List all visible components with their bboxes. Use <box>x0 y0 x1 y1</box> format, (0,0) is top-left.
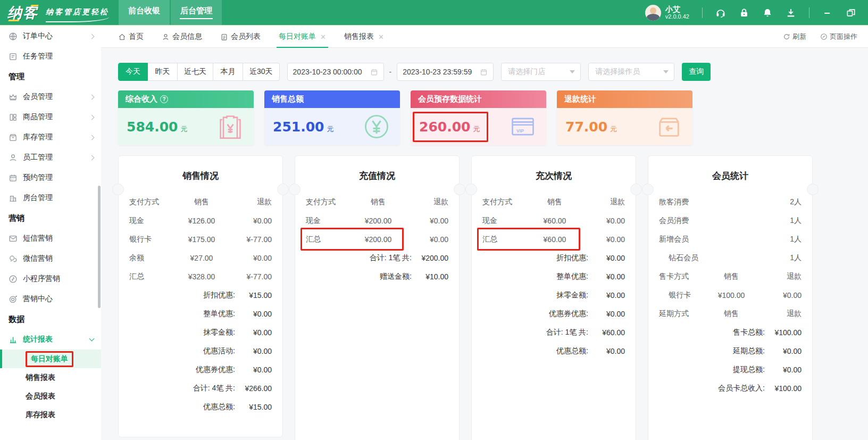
tab-home[interactable]: 首页 <box>118 26 144 48</box>
table-row-annotated: 汇总¥60.00¥0.00 <box>482 230 625 248</box>
summary-row: 优惠券优惠:¥0.00 <box>129 360 272 379</box>
page-operations-icon <box>820 33 828 40</box>
stat-card-header: 综合收入 ? <box>118 90 254 108</box>
sidebar-item-goods-management[interactable]: 商品管理 <box>0 107 101 127</box>
store-select[interactable]: 请选择门店 <box>501 63 581 81</box>
member-stat-row: 钻石会员1人 <box>659 248 802 267</box>
search-button[interactable]: 查询 <box>682 63 711 81</box>
panel-sales-situation: 销售情况 支付方式 销售 退款 现金¥126.00¥0.00 银行卡¥175.0… <box>118 155 283 437</box>
user-block[interactable]: 小艾 v2.0.0.42 <box>645 5 689 21</box>
sidebar-subitem-daily-reconciliation[interactable]: 每日对账单 <box>0 350 101 368</box>
divider <box>702 7 703 18</box>
user-icon <box>162 33 170 41</box>
chevron-right-icon <box>89 135 95 140</box>
tabbar-tools: 刷新 页面操作 <box>783 32 868 41</box>
sidebar-item-task-management[interactable]: 任务管理 <box>0 46 101 67</box>
report-panels: 销售情况 支付方式 销售 退款 现金¥126.00¥0.00 银行卡¥175.0… <box>118 155 813 440</box>
sidebar-item-miniprogram-marketing[interactable]: 小程序营销 <box>0 269 101 289</box>
sidebar-item-wechat-marketing[interactable]: 微信营销 <box>0 248 101 269</box>
staff-icon <box>9 153 18 162</box>
sidebar-item-label: 库存管理 <box>23 132 53 142</box>
table-header: 售卡方式 销售 退款 <box>659 267 802 286</box>
stat-card-value: 260.00 元 <box>419 119 480 135</box>
sidebar-item-booking-management[interactable]: 预约管理 <box>0 168 101 188</box>
sidebar-subitem-member-report[interactable]: 会员报表 <box>0 387 101 405</box>
main-content: 今天 昨天 近七天 本月 近30天 2023-10-23 00:00:00 - … <box>101 48 868 440</box>
crown-icon <box>9 93 18 102</box>
bell-icon[interactable] <box>762 7 773 18</box>
stat-card-title: 会员预存数据统计 <box>418 94 482 104</box>
sidebar-item-label: 微信营销 <box>23 254 53 263</box>
stat-card-header: 会员预存数据统计 <box>411 90 546 108</box>
stat-value: 584.00 <box>127 119 178 135</box>
summary-row: 优惠券优惠:¥0.00 <box>482 304 625 323</box>
quick-range-today[interactable]: 今天 <box>118 63 148 81</box>
chart-icon <box>9 335 18 344</box>
sidebar-item-label: 预约管理 <box>23 173 53 182</box>
tab-member-info[interactable]: 会员信息 <box>162 26 202 48</box>
quick-range-last30days[interactable]: 近30天 <box>243 63 280 81</box>
sidebar-subitem-inventory-report[interactable]: 库存报表 <box>0 405 101 424</box>
help-icon[interactable]: ? <box>160 95 168 103</box>
table-row: 现金¥200.00¥0.00 <box>306 211 448 230</box>
sidebar-item-label: 短信营销 <box>23 234 53 243</box>
sidebar-item-marketing-center[interactable]: 营销中心 <box>0 289 101 309</box>
tab-daily-reconciliation[interactable]: 每日对账单 ✕ <box>279 26 326 48</box>
filter-row: 今天 昨天 近七天 本月 近30天 2023-10-23 00:00:00 - … <box>118 63 868 81</box>
stat-card-body: 260.00 元 VIP <box>411 108 546 145</box>
close-icon[interactable]: ✕ <box>378 33 384 41</box>
sidebar-item-label: 房台管理 <box>23 193 53 203</box>
logo-tagline: 纳客管店更轻松 <box>46 7 109 22</box>
calendar-icon <box>9 173 18 182</box>
lock-icon[interactable] <box>739 7 749 18</box>
summary-row: 售卡总额:¥100.00 <box>659 323 802 342</box>
quick-range-thismonth[interactable]: 本月 <box>213 63 243 81</box>
rooms-icon <box>9 194 18 203</box>
sidebar-section-data: 数据 <box>0 309 101 329</box>
member-stat-row: 会员消费1人 <box>659 211 802 230</box>
sidebar-subitem-label: 会员报表 <box>26 392 55 401</box>
sidebar-item-order-center[interactable]: 订单中心 <box>0 26 101 46</box>
close-icon[interactable]: ✕ <box>320 33 326 41</box>
miniprogram-icon <box>9 275 18 284</box>
minimize-icon[interactable] <box>822 7 833 18</box>
nav-backend-management[interactable]: 后台管理 <box>171 0 222 25</box>
sidebar-item-label: 商品管理 <box>23 112 53 122</box>
table-row: 银行卡 ¥100.00 ¥0.00 <box>659 286 802 304</box>
stat-unit: 元 <box>473 124 480 134</box>
svg-text:VIP: VIP <box>516 128 524 134</box>
sidebar-item-sms-marketing[interactable]: 短信营销 <box>0 228 101 248</box>
tab-member-list[interactable]: 会员列表 <box>220 26 261 48</box>
sidebar-item-staff-management[interactable]: 员工管理 <box>0 147 101 168</box>
page-operations-button[interactable]: 页面操作 <box>820 32 857 41</box>
quick-range-last7days[interactable]: 近七天 <box>178 63 213 81</box>
date-from-input[interactable]: 2023-10-23 00:00:00 <box>287 63 384 81</box>
restore-icon[interactable] <box>846 7 856 18</box>
sidebar-item-label: 统计报表 <box>23 335 53 344</box>
notch <box>630 184 642 195</box>
nav-frontdesk-cashier[interactable]: 前台收银 <box>119 0 170 25</box>
tab-sales-report[interactable]: 销售报表 ✕ <box>344 26 384 48</box>
sidebar-item-room-management[interactable]: 房台管理 <box>0 188 101 208</box>
sidebar-subitem-sales-report[interactable]: 销售报表 <box>0 368 101 387</box>
operator-select-placeholder: 请选择操作员 <box>595 67 658 77</box>
headset-icon[interactable] <box>715 7 726 18</box>
date-to-input[interactable]: 2023-10-23 23:59:59 <box>397 63 494 81</box>
table-row-annotated: 汇总¥200.00¥0.00 <box>306 230 448 248</box>
sidebar-subitem-label: 每日对账单 <box>31 354 68 363</box>
refresh-button[interactable]: 刷新 <box>783 32 806 41</box>
operator-select[interactable]: 请选择操作员 <box>588 63 674 81</box>
summary-row: 合计: 4笔 共:¥266.00 <box>129 379 272 397</box>
sidebar-item-inventory-management[interactable]: 库存管理 <box>0 127 101 147</box>
sidebar-item-member-management[interactable]: 会员管理 <box>0 87 101 107</box>
sidebar-item-label: 员工管理 <box>23 153 53 162</box>
download-icon[interactable] <box>786 7 796 18</box>
sidebar: 订单中心 任务管理 管理 会员管理 商品管理 库存管理 员工管理 预约管理 房台… <box>0 26 101 440</box>
quick-range-yesterday[interactable]: 昨天 <box>148 63 178 81</box>
chevron-right-icon <box>89 114 95 120</box>
globe-icon <box>9 32 18 41</box>
tab-label: 会员信息 <box>172 32 202 41</box>
sidebar-scrollbar[interactable] <box>98 186 101 308</box>
sidebar-item-statistics-reports[interactable]: 统计报表 <box>0 329 101 350</box>
tab-label: 首页 <box>129 32 144 41</box>
